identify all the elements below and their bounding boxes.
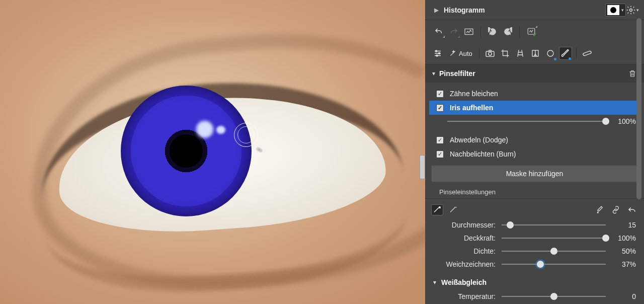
perspective-tool-button[interactable] — [514, 47, 527, 60]
checkbox-checked-icon[interactable]: ✓ — [436, 150, 444, 158]
slider-knob[interactable] — [507, 221, 514, 229]
chevron-down-icon: ▾ — [433, 279, 436, 286]
checkbox-checked-icon[interactable]: ✓ — [436, 136, 444, 144]
pinselfilter-title: Pinselfilter — [439, 69, 626, 78]
adjust-sliders-button[interactable] — [431, 47, 444, 60]
diameter-slider[interactable]: Durchmesser: 15 — [425, 218, 644, 232]
iris-amount-value: 100% — [612, 117, 636, 125]
brush-filter-button[interactable] — [559, 47, 572, 60]
crop-tool-button[interactable] — [499, 47, 512, 60]
separator — [479, 48, 479, 59]
feather-label: Weichzeichnen: — [425, 260, 496, 268]
radial-filter-button[interactable] — [544, 47, 557, 60]
rotate-ccw-button[interactable] — [486, 25, 499, 38]
compare-button[interactable] — [462, 25, 475, 38]
filter-list: ✓ Zähne bleichen ✓ Iris aufhellen 100% ✓… — [425, 83, 644, 161]
slider-track[interactable] — [502, 264, 606, 265]
auto-enhance-button[interactable]: Auto — [446, 47, 475, 60]
chevron-down-icon: ▾ — [621, 8, 624, 13]
slider-knob[interactable] — [602, 235, 609, 242]
color-picker-button[interactable] — [594, 204, 606, 215]
presets-button[interactable] — [525, 25, 538, 38]
canvas-scroll-handle[interactable] — [420, 155, 425, 179]
slider-track[interactable] — [502, 251, 606, 252]
temperature-slider[interactable]: Temperatur: 0 — [425, 290, 644, 303]
slider-knob[interactable] — [537, 261, 544, 268]
pinselfilter-header[interactable]: ▾ Pinselfilter — [425, 64, 644, 83]
brush-settings-heading: Pinseleinstellungen — [425, 186, 644, 197]
whitebalance-title: Weißabgleich — [441, 278, 487, 286]
filter-burn[interactable]: ✓ Nachbelichten (Burn) — [425, 147, 644, 161]
svg-point-3 — [436, 50, 437, 52]
whitebalance-header[interactable]: ▾ Weißabgleich — [425, 275, 644, 290]
filter-label: Abwedeln (Dodge) — [450, 136, 508, 144]
temperature-value: 0 — [612, 292, 636, 300]
photo-highlight — [196, 121, 213, 138]
slider-track[interactable] — [502, 238, 606, 239]
svg-point-9 — [547, 50, 553, 56]
diameter-value: 15 — [612, 221, 636, 229]
svg-rect-1 — [465, 29, 473, 34]
slider-track[interactable] — [447, 121, 606, 122]
checkbox-checked-icon[interactable]: ✓ — [436, 90, 444, 98]
chevron-right-icon: ▶ — [434, 7, 439, 14]
add-mask-button[interactable]: Maske hinzufügen — [431, 165, 638, 182]
slider-knob[interactable] — [550, 248, 557, 255]
opacity-label: Deckkraft: — [425, 234, 496, 242]
svg-point-7 — [489, 52, 492, 55]
separator — [576, 48, 577, 59]
density-slider[interactable]: Dichte: 50% — [425, 245, 644, 258]
histogram-header[interactable]: ▶ Histogramm ▾ ▾ — [425, 0, 644, 20]
svg-point-0 — [630, 9, 632, 11]
separator — [480, 26, 481, 37]
slider-track[interactable] — [502, 296, 606, 297]
history-toolbar — [425, 20, 644, 43]
rotate-cw-button[interactable] — [501, 25, 514, 38]
brush-subtract-mode-button[interactable] — [447, 204, 459, 215]
auto-label: Auto — [459, 50, 472, 57]
brush-add-mode-button[interactable] — [431, 204, 443, 215]
feather-slider[interactable]: Weichzeichnen: 37% — [425, 258, 644, 271]
filter-dodge[interactable]: ✓ Abwedeln (Dodge) — [425, 133, 644, 147]
scrollbar-thumb[interactable] — [636, 18, 641, 199]
photo-highlight — [216, 126, 225, 134]
brush-mode-toolbar — [425, 201, 644, 218]
image-canvas[interactable]: ✎ — [0, 0, 425, 304]
heal-tool-button[interactable] — [581, 47, 594, 60]
svg-point-11 — [597, 212, 599, 213]
svg-point-5 — [436, 55, 438, 56]
slider-knob[interactable] — [602, 118, 609, 125]
camera-tool-button[interactable] — [484, 47, 497, 60]
svg-point-4 — [439, 53, 440, 54]
side-panel: ▶ Histogramm ▾ ▾ — [425, 0, 644, 304]
mask-mode-button[interactable]: ▾ — [605, 4, 626, 17]
link-button[interactable] — [610, 204, 622, 215]
tools-toolbar: Auto — [425, 43, 644, 64]
separator — [425, 198, 644, 199]
redo-button — [447, 25, 460, 38]
chevron-down-icon: ▾ — [432, 70, 435, 77]
checkbox-checked-icon[interactable]: ✓ — [436, 104, 444, 112]
density-value: 50% — [612, 247, 636, 255]
temperature-label: Temperatur: — [425, 292, 496, 300]
filter-label: Nachbelichten (Burn) — [450, 150, 516, 158]
brush-cursor — [234, 123, 258, 147]
histogram-title: Histogramm — [444, 6, 605, 14]
feather-value: 37% — [612, 260, 636, 268]
mask-mode-icon — [607, 5, 619, 15]
slider-track[interactable] — [502, 224, 606, 225]
filter-label: Zähne bleichen — [450, 90, 498, 98]
panel-scrollbar[interactable] — [635, 0, 643, 304]
density-label: Dichte: — [425, 247, 496, 255]
filter-iris-brighten[interactable]: ✓ Iris aufhellen — [429, 101, 640, 115]
filter-label: Iris aufhellen — [450, 104, 493, 112]
opacity-slider[interactable]: Deckkraft: 100% — [425, 232, 644, 245]
iris-amount-slider[interactable]: 100% — [425, 115, 644, 128]
straighten-tool-button[interactable] — [529, 47, 542, 60]
opacity-value: 100% — [612, 234, 636, 242]
filter-teeth-whiten[interactable]: ✓ Zähne bleichen — [425, 87, 644, 101]
undo-button[interactable] — [432, 25, 445, 38]
svg-rect-10 — [583, 51, 591, 56]
diameter-label: Durchmesser: — [425, 221, 496, 229]
slider-knob[interactable] — [550, 293, 557, 300]
